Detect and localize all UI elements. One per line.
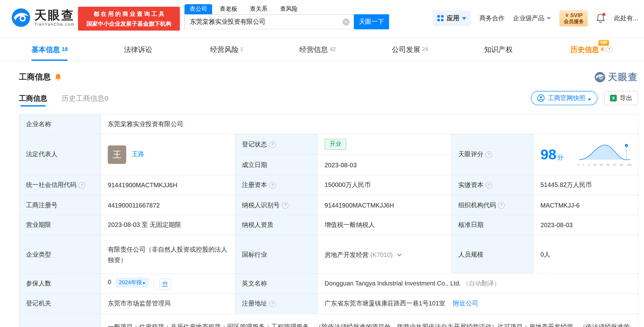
search-button[interactable]: 天眼一下 <box>354 14 389 29</box>
help-icon[interactable] <box>269 141 276 148</box>
tab-company-development[interactable]: 公司发展24 <box>392 38 428 61</box>
tianyancha-logo-icon <box>11 8 31 27</box>
reg-number-label: 工商注册号 <box>19 195 101 215</box>
help-icon[interactable] <box>498 202 505 208</box>
apps-label: 应用 <box>447 14 460 22</box>
header-right: 应用 商务合作 企业级产品 SVIP 会员服务 此处有... <box>433 10 638 27</box>
clear-icon[interactable] <box>343 18 350 25</box>
grid-icon <box>437 15 444 22</box>
score-distribution-chart[interactable]: 01 315 5085 9799 100 <box>578 143 631 166</box>
help-icon[interactable] <box>78 182 85 189</box>
search-tab-company[interactable]: 查公司 <box>184 4 212 14</box>
reg-status-label: 登记状态 <box>235 134 318 155</box>
brand-domain: TianYanCha.com <box>34 22 74 27</box>
industry-label: 国标行业 <box>235 235 318 273</box>
main-nav: 基本信息18 法律诉讼 经营风险1 经营信息42 公司发展24 知识产权 VIP… <box>0 38 644 61</box>
company-type-value: 有限责任公司（非自然人投资或控股的法人独资） <box>101 235 235 273</box>
paid-capital-label: 实缴资本 <box>451 175 533 195</box>
industry-value: 房地产开发经营 (K7010) <box>318 235 451 273</box>
tab-basic-info[interactable]: 基本信息18 <box>31 38 68 61</box>
legal-rep-avatar[interactable]: 王 <box>108 145 126 164</box>
score-axis-ticks: 01 315 5085 9799 100 <box>578 163 631 166</box>
business-scope-value: 一般项目：住房租赁；非居住房地产租赁；园区管理服务；工程管理服务。（除依法须经批… <box>101 314 638 327</box>
taxpayer-quality-value: 增值税一般纳税人 <box>318 215 451 235</box>
english-name-value: Dongguan Tangya Industrial Investment Co… <box>318 273 638 294</box>
page: 天眼查 TianYanCha.com 都 在 用 的 商 业 查 询 工 具 国… <box>0 0 644 327</box>
divider <box>154 279 154 285</box>
help-icon[interactable] <box>606 46 613 53</box>
enterprise-products-link[interactable]: 企业级产品 <box>513 14 551 22</box>
help-icon[interactable] <box>486 151 492 158</box>
staff-size-value: 0人 <box>533 235 638 273</box>
chevron-down-icon <box>547 17 551 20</box>
brand-logo[interactable]: 天眼查 TianYanCha.com <box>11 8 75 27</box>
subtab-history-business-info[interactable]: 历史工商信息0 <box>61 90 108 106</box>
crown-icon <box>565 12 569 18</box>
reg-authority-label: 登记机关 <box>19 294 101 314</box>
staff-size-label: 人员规模 <box>451 235 533 273</box>
reg-status-value: 开业 <box>318 134 451 155</box>
tab-history-info[interactable]: VIP 历史信息4 <box>570 38 613 61</box>
official-snapshot-button[interactable]: 工商官网快照 <box>531 91 597 105</box>
reg-capital-value: 150000万人民币 <box>318 175 451 195</box>
company-type-label: 企业类型 <box>19 235 101 273</box>
search-tab-risk[interactable]: 查风险 <box>279 4 299 14</box>
legal-rep-label: 法定代表人 <box>19 134 101 175</box>
business-term-label: 营业期限 <box>19 215 101 235</box>
search-area: 查公司 查老板 查关系 查风险 天眼一下 <box>184 3 389 29</box>
main-content: 工商信息 天眼查 工商信息 <box>0 71 644 327</box>
search-tabs: 查公司 查老板 查关系 查风险 <box>184 3 389 14</box>
watermark-logo: 天眼查 <box>595 71 638 84</box>
help-icon[interactable] <box>486 182 492 189</box>
apps-button[interactable]: 应用 <box>433 10 471 26</box>
approval-date-label: 核准日期 <box>451 215 533 235</box>
company-name-label: 企业名称 <box>19 114 101 134</box>
establish-date-label: 成立日期 <box>235 154 318 175</box>
more-link[interactable]: 此处有... <box>614 14 638 22</box>
snapshot-icon <box>537 94 545 102</box>
tab-operation-risk[interactable]: 经营风险1 <box>210 38 243 61</box>
promo-banner: 都 在 用 的 商 业 查 询 工 具 国家中小企业发展子基金旗下机构 <box>78 7 180 30</box>
export-button[interactable]: 导出 <box>604 91 638 105</box>
business-scope-label: 经营范围 <box>19 314 101 327</box>
header: 天眼查 TianYanCha.com 都 在 用 的 商 业 查 询 工 具 国… <box>0 0 644 38</box>
chevron-down-icon[interactable] <box>397 250 402 257</box>
reg-address-label: 注册地址 <box>235 294 318 314</box>
alarm-bell-icon[interactable] <box>55 74 61 81</box>
help-icon[interactable] <box>269 301 276 307</box>
taxpayer-id-value: 91441900MACTMKJJ6H <box>318 195 451 215</box>
annual-report-tag[interactable]: 2024年报 <box>115 278 149 288</box>
reg-address-value: 广东省东莞市塘厦镇康莊路西一巷1号101室 附近公司 <box>318 294 638 314</box>
search-input[interactable] <box>189 18 343 26</box>
help-icon[interactable] <box>282 202 288 208</box>
vip-badge: VIP <box>598 40 609 46</box>
chevron-down-icon <box>462 17 466 20</box>
status-badge: 开业 <box>325 139 346 150</box>
reg-authority-value: 东莞市市场监督管理局 <box>101 294 235 314</box>
tab-intellectual-property[interactable]: 知识产权 <box>484 38 514 61</box>
legal-rep-value: 王 王路 <box>101 134 235 175</box>
biz-cooperation-link[interactable]: 商务合作 <box>480 14 505 22</box>
business-info-table: 企业名称 东莞棠雅实业投资有限公司 法定代表人 王 王路 登记状态 开业 天眼评… <box>19 114 639 327</box>
taxpayer-id-label: 纳税人识别号 <box>235 195 318 215</box>
search-tab-relation[interactable]: 查关系 <box>249 4 268 14</box>
excel-icon <box>610 95 617 101</box>
section-title: 工商信息 <box>19 72 51 82</box>
search-tab-boss[interactable]: 查老板 <box>219 4 238 14</box>
search-box <box>184 14 354 29</box>
subtab-business-info[interactable]: 工商信息 <box>19 90 48 106</box>
promo-line2: 国家中小企业发展子基金旗下机构 <box>78 20 180 28</box>
svip-badge[interactable]: SVIP 会员服务 <box>559 10 588 27</box>
brand-name: 天眼查 <box>34 8 74 22</box>
social-security-icon[interactable] <box>159 279 171 290</box>
nearby-companies-link[interactable]: 附近公司 <box>453 300 478 307</box>
tab-legal-proceedings[interactable]: 法律诉讼 <box>124 38 154 61</box>
notification-bell-icon[interactable] <box>596 13 606 23</box>
credit-code-label: 统一社会信用代码 <box>19 175 101 195</box>
establish-date-value: 2023-08-03 <box>318 154 451 175</box>
tab-operation-info[interactable]: 经营信息42 <box>299 38 336 61</box>
help-icon[interactable] <box>269 182 276 189</box>
insured-count-label: 参保人数 <box>19 273 101 294</box>
credit-code-value: 91441900MACTMKJJ6H <box>101 175 235 195</box>
legal-rep-link[interactable]: 王路 <box>132 151 144 158</box>
